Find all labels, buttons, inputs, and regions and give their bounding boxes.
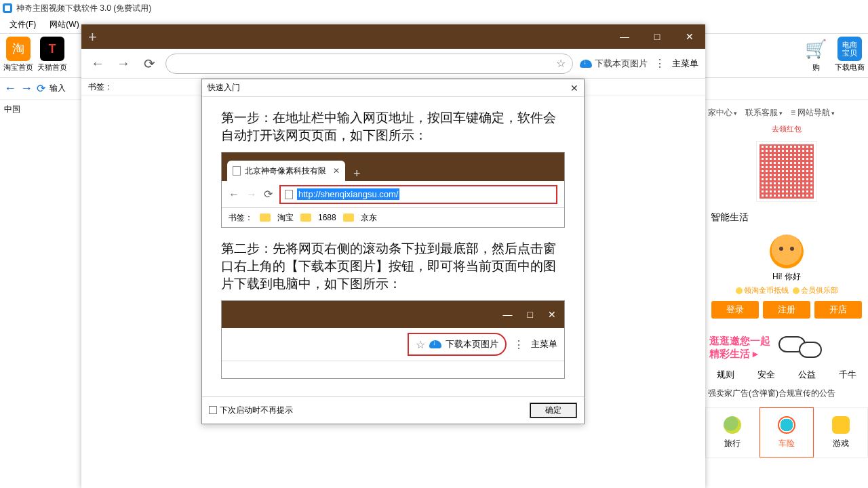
example-url: http://shenqixiangsu.com/ (297, 188, 399, 200)
folder-icon (300, 214, 311, 222)
mini-cloud-download-icon (429, 340, 441, 348)
taobao-icon: 淘 (6, 37, 31, 61)
cart-icon: 🛒 (804, 37, 828, 61)
mini-tab: 北京神奇像素科技有限 ✕ (227, 161, 345, 181)
download-highlight: ☆ 下载本页图片 (408, 333, 507, 356)
mini-refresh-icon: ⟳ (264, 188, 273, 201)
dialog-footer: 下次启动时不再提示 确定 (202, 396, 584, 424)
app-titlebar: 神奇主图视频下载软件 3.0 (免费试用) (0, 0, 868, 16)
tab-safety[interactable]: 安全 (757, 369, 775, 381)
page-icon (233, 166, 241, 176)
cell-car[interactable]: 车险 (760, 407, 814, 458)
link-kefu[interactable]: 联系客服▾ (745, 107, 783, 119)
refresh-icon[interactable]: ⟳ (37, 82, 45, 95)
step2-text: 第二步：先将网页右侧的滚动条下拉到最底部，然后点击窗口右上角的【下载本页图片】按… (221, 240, 565, 292)
checkbox-icon (209, 406, 217, 414)
maximize-icon[interactable]: □ (647, 31, 667, 42)
smart-life-label: 智能生活 (705, 205, 868, 230)
mini-address-bar: http://shenqixiangsu.com/ (279, 185, 557, 204)
main-menu-button[interactable]: 主菜单 (672, 58, 698, 70)
mini-star-icon: ☆ (416, 338, 425, 351)
download-page-button[interactable]: 下载本页图片 (580, 58, 648, 70)
app-icon (3, 3, 12, 13)
info-tabs: 规则 安全 公益 千牛 (705, 369, 868, 381)
folder-icon (343, 214, 354, 222)
forward-icon[interactable]: → (20, 81, 33, 96)
cell-travel[interactable]: 旅行 (705, 407, 760, 458)
quickstart-dialog: 快速入门 ✕ 第一步：在地址栏中输入网页地址，按回车键确定，软件会自动打开该网页… (201, 79, 585, 424)
pill-coins[interactable]: 领淘金币抵钱 (736, 285, 789, 296)
tab-close-icon: ✕ (333, 166, 340, 176)
back-icon[interactable]: ← (4, 81, 16, 96)
mini-kebab-icon: ⋮ (513, 338, 524, 351)
qr-title: 去领红包 (705, 124, 868, 134)
screenshot-1: 北京神奇像素科技有限 ✕ + ← → ⟳ http://shenqixiangs… (221, 152, 565, 228)
minimize-icon[interactable]: — (614, 31, 635, 42)
tab-charity[interactable]: 公益 (798, 369, 816, 381)
link-nav[interactable]: ≡ 网站导航▾ (791, 107, 835, 119)
browser-toolbar: ← → ⟳ ☆ 下载本页图片 ⋮ 主菜单 (81, 49, 705, 79)
input-label: 输入 (50, 83, 66, 94)
browser-back-icon[interactable]: ← (88, 56, 107, 71)
toolbar-dianshang[interactable]: 电商宝贝 下载电商 (833, 37, 867, 73)
mini-forward-icon: → (246, 188, 257, 201)
tab-rules[interactable]: 规则 (717, 369, 734, 381)
dialog-titlebar[interactable]: 快速入门 ✕ (202, 79, 584, 97)
openshop-button[interactable]: 开店 (814, 301, 862, 319)
kebab-icon[interactable]: ⋮ (654, 57, 665, 70)
star-icon[interactable]: ☆ (556, 57, 566, 70)
service-grid: 旅行 车险 游戏 (705, 407, 868, 458)
toolbar-cart[interactable]: 🛒 购 (799, 37, 833, 73)
mini-new-tab-icon: + (353, 167, 361, 181)
promo-art (776, 332, 864, 362)
dialog-title: 快速入门 (208, 82, 240, 94)
car-icon (778, 416, 795, 434)
browser-forward-icon[interactable]: → (114, 56, 133, 71)
notice[interactable]: 强卖家广告(含弹窗)合规宣传的公告 (705, 388, 868, 399)
app-title: 神奇主图视频下载软件 3.0 (免费试用) (16, 3, 151, 14)
new-tab-icon[interactable]: + (88, 28, 97, 46)
right-column: 家中心▾ 联系客服▾ ≡ 网站导航▾ 去领红包 智能生活 Hi! 你好 领淘金币… (705, 102, 868, 458)
greeting: Hi! 你好 (705, 271, 868, 283)
login-button[interactable]: 登录 (711, 301, 759, 319)
toolbar-tmall[interactable]: T 天猫首页 (35, 37, 69, 73)
mini-back-icon: ← (229, 188, 239, 201)
promo-banner[interactable]: 逛逛邀您一起 精彩生活 ▸ (705, 332, 868, 362)
mini-page-icon (285, 190, 293, 199)
tmall-icon: T (40, 37, 64, 61)
mini-close-icon: ✕ (548, 309, 556, 320)
pill-club[interactable]: 会员俱乐部 (793, 285, 838, 296)
browser-refresh-icon[interactable]: ⟳ (140, 56, 159, 72)
address-bar[interactable]: ☆ (165, 54, 573, 74)
menu-file[interactable]: 文件(F) (3, 16, 43, 33)
dialog-close-icon[interactable]: ✕ (570, 83, 578, 94)
game-icon (832, 416, 850, 434)
avatar-icon (770, 235, 804, 268)
register-button[interactable]: 注册 (763, 301, 810, 319)
link-center[interactable]: 家中心▾ (708, 107, 737, 119)
folder-icon (260, 214, 271, 222)
screenshot-2: — □ ✕ ☆ 下载本页图片 ⋮ 主菜单 (221, 300, 565, 379)
travel-icon (724, 416, 741, 434)
qr-code (756, 141, 817, 202)
browser-titlebar[interactable]: + — □ ✕ (81, 24, 705, 49)
right-top-links: 家中心▾ 联系客服▾ ≡ 网站导航▾ (705, 102, 868, 124)
step1-text: 第一步：在地址栏中输入网页地址，按回车键确定，软件会自动打开该网页页面，如下图所… (221, 109, 565, 144)
mini-minimize-icon: — (503, 309, 513, 320)
menu-site[interactable]: 网站(W) (43, 16, 85, 33)
toolbar-taobao[interactable]: 淘 淘宝首页 (1, 37, 35, 73)
mini-maximize-icon: □ (528, 309, 533, 320)
cell-game[interactable]: 游戏 (814, 407, 868, 458)
dont-show-checkbox[interactable]: 下次启动时不再提示 (209, 405, 293, 416)
dianshang-icon: 电商宝贝 (837, 37, 862, 61)
ok-button[interactable]: 确定 (530, 403, 577, 418)
tab-qianniu[interactable]: 千牛 (839, 369, 856, 381)
close-icon[interactable]: ✕ (679, 31, 700, 42)
cloud-download-icon (580, 60, 592, 68)
avatar-block: Hi! 你好 领淘金币抵钱 会员俱乐部 登录 注册 开店 (705, 230, 868, 323)
